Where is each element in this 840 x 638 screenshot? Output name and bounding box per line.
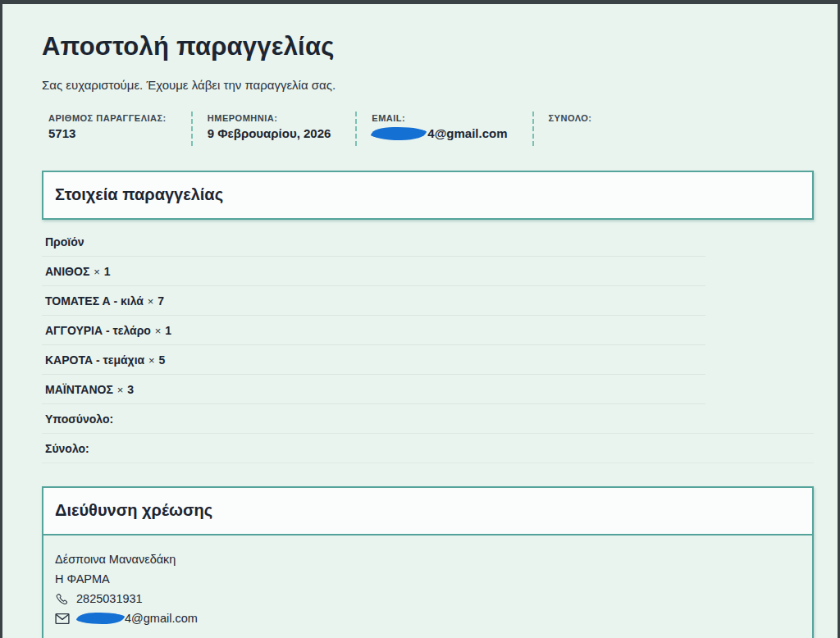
product-quantity: 1 [104, 265, 111, 278]
order-total-label: ΣΥΝΟΛΟ: [549, 113, 592, 123]
overview-item-order-number: ΑΡΙΘΜΟΣ ΠΑΡΑΓΓΕΛΙΑΣ: 5713 [42, 112, 191, 146]
order-received-page: Αποστολή παραγγελίας Σας ευχαριστούμε. Έ… [42, 32, 814, 638]
redaction-scribble [372, 127, 426, 140]
order-number-label: ΑΡΙΘΜΟΣ ΠΑΡΑΓΓΕΛΙΑΣ: [48, 113, 167, 123]
table-header-row: Προϊόν [42, 227, 814, 257]
order-details-heading: Στοιχεία παραγγελίας [55, 185, 801, 204]
billing-name: Δέσποινα Μανανεδάκη [55, 549, 801, 569]
subtotal-value [705, 404, 814, 434]
order-items-table: Προϊόν ΑΝΙΘΟΣ × 1 ΤΟΜΑΤΕΣ Α - κιλά × 7 Α… [42, 227, 814, 463]
thank-you-message: Σας ευχαριστούμε. Έχουμε λάβει την παραγ… [42, 78, 814, 92]
product-quantity: 3 [127, 383, 134, 396]
billing-address-header: Διεύθυνση χρέωσης [42, 486, 814, 535]
order-item-row: ΤΟΜΑΤΕΣ Α - κιλά × 7 [42, 286, 814, 316]
product-quantity: 7 [158, 294, 164, 308]
product-name: ΑΝΙΘΟΣ [45, 265, 89, 278]
billing-address-card: Δέσποινα Μανανεδάκη Η ΦΑΡΜΑ 2825031931 [42, 535, 814, 638]
order-item-row: ΚΑΡΟΤΑ - τεμάχια × 5 [42, 345, 814, 375]
order-email-visible-text: 4@gmail.com [427, 126, 507, 140]
total-row: Σύνολο: [42, 434, 814, 463]
billing-address-heading: Διεύθυνση χρέωσης [55, 501, 801, 520]
order-item-row: ΑΓΓΟΥΡΙΑ - τελάρο × 1 [42, 316, 814, 345]
quantity-times-sign: × [154, 325, 162, 337]
order-item-total-cell [705, 375, 814, 404]
total-label: Σύνολο: [42, 434, 705, 463]
product-name: ΜΑΪΝΤΑΝΟΣ [45, 383, 113, 396]
billing-phone: 2825031931 [76, 589, 143, 608]
order-item-total-cell [705, 345, 814, 375]
phone-icon [55, 592, 69, 606]
order-details-header: Στοιχεία παραγγελίας [42, 171, 814, 220]
quantity-times-sign: × [147, 295, 155, 308]
order-item-total-cell [705, 286, 814, 316]
billing-email-value: 4@gmail.com [77, 608, 198, 628]
quantity-times-sign: × [93, 266, 101, 278]
order-item-cell: ΑΓΓΟΥΡΙΑ - τελάρο × 1 [42, 316, 705, 345]
quantity-times-sign: × [116, 384, 125, 396]
page-title: Αποστολή παραγγελίας [42, 32, 814, 62]
total-column-header [705, 227, 814, 257]
overview-item-email: EMAIL: 4@gmail.com [355, 112, 532, 146]
overview-item-total: ΣΥΝΟΛΟ: [532, 112, 617, 146]
order-date-label: ΗΜΕΡΟΜΗΝΙΑ: [208, 113, 331, 123]
envelope-icon [55, 613, 70, 625]
order-item-row: ΜΑΪΝΤΑΝΟΣ × 3 [42, 375, 814, 404]
order-email-label: EMAIL: [372, 113, 507, 123]
product-name: ΑΓΓΟΥΡΙΑ - τελάρο [45, 324, 151, 337]
billing-company: Η ΦΑΡΜΑ [55, 569, 801, 589]
order-item-total-cell [705, 257, 814, 286]
order-item-cell: ΤΟΜΑΤΕΣ Α - κιλά × 7 [42, 286, 705, 316]
product-quantity: 5 [159, 353, 166, 367]
order-date-value: 9 Φεβρουαρίου, 2026 [208, 126, 331, 140]
order-email-value: 4@gmail.com [372, 126, 507, 140]
product-name: ΤΟΜΑΤΕΣ Α - κιλά [45, 294, 144, 308]
order-item-total-cell [705, 316, 814, 345]
order-item-cell: ΜΑΪΝΤΑΝΟΣ × 3 [42, 375, 705, 404]
order-item-cell: ΑΝΙΘΟΣ × 1 [42, 257, 705, 286]
order-item-row: ΑΝΙΘΟΣ × 1 [42, 257, 814, 286]
product-quantity: 1 [165, 324, 171, 337]
window-frame: Αποστολή παραγγελίας Σας ευχαριστούμε. Έ… [0, 0, 840, 638]
billing-email-visible-text: 4@gmail.com [125, 612, 198, 625]
total-value [705, 434, 814, 463]
product-name: ΚΑΡΟΤΑ - τεμάχια [45, 353, 144, 367]
order-number-value: 5713 [48, 126, 75, 140]
subtotal-label: Υποσύνολο: [42, 404, 705, 434]
billing-email-line: 4@gmail.com [55, 608, 801, 628]
subtotal-row: Υποσύνολο: [42, 404, 814, 434]
billing-phone-line: 2825031931 [55, 589, 801, 608]
order-details-section: Στοιχεία παραγγελίας Προϊόν ΑΝΙΘΟΣ × 1 Τ… [42, 171, 814, 463]
billing-address: Δέσποινα Μανανεδάκη Η ΦΑΡΜΑ 2825031931 [55, 549, 801, 628]
overview-item-date: ΗΜΕΡΟΜΗΝΙΑ: 9 Φεβρουαρίου, 2026 [191, 112, 356, 146]
quantity-times-sign: × [148, 354, 156, 367]
order-overview-list: ΑΡΙΘΜΟΣ ΠΑΡΑΓΓΕΛΙΑΣ: 5713 ΗΜΕΡΟΜΗΝΙΑ: 9 … [42, 112, 814, 146]
product-column-header: Προϊόν [42, 227, 705, 257]
order-item-cell: ΚΑΡΟΤΑ - τεμάχια × 5 [42, 345, 705, 375]
redaction-scribble [77, 613, 124, 624]
billing-address-section: Διεύθυνση χρέωσης Δέσποινα Μανανεδάκη Η … [42, 486, 814, 638]
